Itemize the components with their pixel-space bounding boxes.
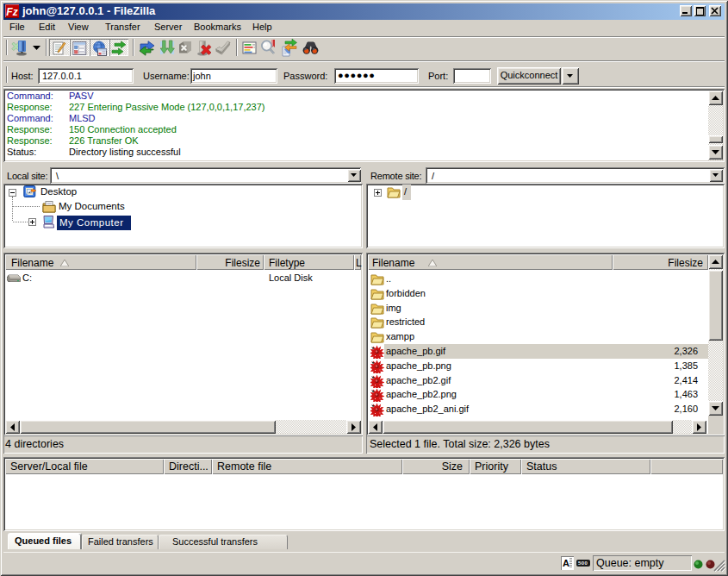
svg-text:Fz: Fz: [6, 6, 17, 18]
